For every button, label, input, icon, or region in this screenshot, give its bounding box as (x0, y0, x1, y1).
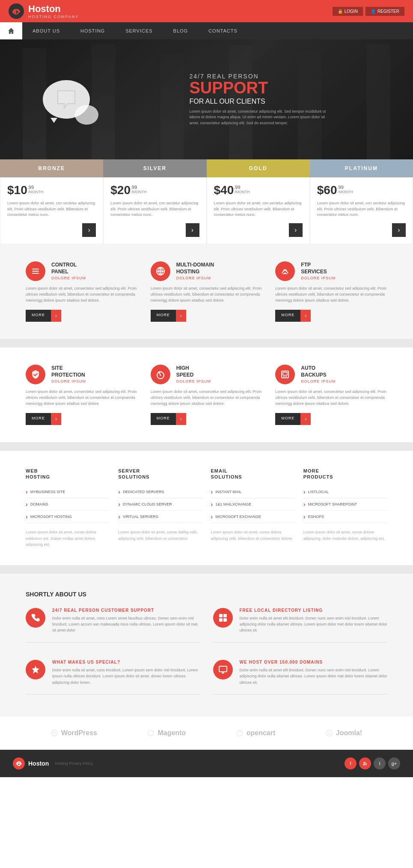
phone-icon (26, 608, 45, 628)
top-bar: Hoston HOSTING COMPANY 🔒 LOGIN 👤 REGISTE… (0, 0, 413, 22)
section-divider (0, 339, 413, 347)
about-content-support: 24/7 REAL PERSON CUSTOMER SUPPORT Dolor … (52, 608, 200, 634)
product-col-server: SERVERSOLUTIONS DEDICATED SERVERS DYNAMI… (118, 468, 202, 548)
product-list-web: MYBUSINESS SITE DOMAINS MICROSOFT HOSTIN… (26, 486, 110, 523)
auth-area: 🔒 LOGIN 👤 REGISTER (333, 7, 404, 16)
more-label[interactable]: MORE (275, 310, 300, 322)
nav-services[interactable]: SERVICES (115, 22, 163, 39)
list-item[interactable]: VIRTUAL SERVERS (118, 511, 202, 523)
more-label[interactable]: MORE (275, 413, 300, 425)
product-list-more: LISTLOCAL MICROSOFT SHAREPOINT ESHOPS (303, 486, 387, 523)
login-button[interactable]: 🔒 LOGIN (333, 7, 363, 16)
hero-title: SUPPORT (190, 80, 327, 96)
feature-multi-domain: MULTI-DOMAINHOSTING DOLORE IPSUM Lorem i… (151, 261, 263, 322)
list-item[interactable]: DOMAINS (26, 498, 110, 511)
svg-point-29 (18, 763, 20, 766)
logo-area: Hoston HOSTING COMPANY (9, 3, 79, 19)
star-icon (26, 660, 45, 679)
footer-sub: Hosting Privacy Policy (55, 761, 93, 766)
products-section: WEBHOSTING MYBUSINESS SITE DOMAINS MICRO… (0, 451, 413, 565)
partner-joomla: J! Joomla! (326, 729, 362, 737)
list-item[interactable]: LISTLOCAL (303, 486, 387, 498)
more-label[interactable]: MORE (151, 413, 176, 425)
price-value: $60 (317, 184, 337, 196)
feature-subtitle: DOLORE IPSUM (301, 379, 336, 383)
more-arrow[interactable]: › (51, 413, 61, 425)
nav-home[interactable] (0, 22, 22, 39)
feature-subtitle: DOLORE IPSUM (301, 276, 336, 280)
plan-arrow-button[interactable]: › (289, 223, 303, 237)
feature-subtitle: DOLORE IPSUM (51, 379, 86, 383)
list-item[interactable]: DEDICATED SERVERS (118, 486, 202, 498)
list-item[interactable]: MICROSOFT HOSTING (26, 511, 110, 523)
register-button[interactable]: 👤 REGISTER (365, 7, 404, 16)
plan-arrow-button[interactable]: › (186, 223, 199, 237)
facebook-button[interactable]: f (345, 757, 357, 769)
hero-section: 24/7 REAL PERSON SUPPORT FOR ALL OUR CLI… (0, 39, 413, 159)
svg-point-11 (160, 374, 161, 376)
more-label[interactable]: MORE (26, 413, 51, 425)
multi-domain-icon (151, 261, 170, 281)
list-item[interactable]: 1&1 MAILXCHANGE (211, 498, 295, 511)
feature-title: CONTROLPANEL (51, 262, 86, 275)
about-content-directory: FREE LOCAL DIRECTORY LISTING Dolor enim … (240, 608, 388, 634)
more-arrow[interactable]: › (176, 413, 186, 425)
control-panel-icon (26, 261, 45, 281)
hero-content: 24/7 REAL PERSON SUPPORT FOR ALL OUR CLI… (190, 73, 327, 126)
partner-magento: Magento (147, 729, 186, 737)
list-item[interactable]: INSTANT MAIL (211, 486, 295, 498)
list-item[interactable]: DYNAMIC CLOUD SERVER (118, 498, 202, 511)
feature-ftp: FTPSERVICES DOLORE IPSUM Lorem ipsum dol… (275, 261, 387, 322)
about-content-domains: WE HOST OVER 150.000 DOMAINS Dolor enim … (240, 660, 388, 685)
feature-site-protection: SITEPROTECTION DOLORE IPSUM Lorem ipsum … (26, 365, 138, 425)
list-item[interactable]: ESHOPS (303, 511, 387, 523)
more-arrow[interactable]: › (51, 310, 61, 322)
svg-marker-20 (32, 666, 39, 673)
product-list-server: DEDICATED SERVERS DYNAMIC CLOUD SERVER V… (118, 486, 202, 523)
hero-chat-icon (43, 80, 90, 119)
partners-section: WordPress Magento opencart J! Joomla! (0, 716, 413, 750)
feature-text: Lorem ipsum dolor sit amet, consectetur … (26, 285, 138, 304)
nav-blog[interactable]: BLOG (163, 22, 199, 39)
list-item[interactable]: MYBUSINESS SITE (26, 486, 110, 498)
plan-silver: SILVER $20 .99 /MONTH Lorem ipsum dolor … (103, 159, 206, 244)
list-item[interactable]: MICROSOFT EXCHANGE (211, 511, 295, 523)
about-item-domains: WE HOST OVER 150.000 DOMAINS Dolor enim … (213, 660, 388, 694)
feature-title: SITEPROTECTION (51, 365, 86, 378)
more-arrow[interactable]: › (176, 310, 186, 322)
svg-rect-18 (219, 618, 223, 622)
feature-subtitle: DOLORE IPSUM (176, 276, 214, 280)
more-label[interactable]: MORE (151, 310, 176, 322)
lock-icon: 🔒 (338, 9, 343, 14)
svg-rect-4 (32, 273, 39, 274)
plan-arrow-button[interactable]: › (82, 223, 96, 237)
price-cents: .99 (337, 185, 353, 190)
svg-rect-17 (223, 614, 227, 617)
feature-title: FTPSERVICES (301, 262, 336, 275)
list-item[interactable]: MICROSOFT SHAREPOINT (303, 498, 387, 511)
product-col-email: EMAILSOLUTIONS INSTANT MAIL 1&1 MAILXCHA… (211, 468, 295, 548)
product-desc: Lorem ipsum dolor sit amet, conse dolore… (26, 529, 110, 548)
googleplus-button[interactable]: g+ (388, 757, 400, 769)
twitter-button[interactable]: t (374, 757, 386, 769)
product-col-more: MOREPRODUCTS LISTLOCAL MICROSOFT SHAREPO… (303, 468, 387, 548)
price-value: $20 (110, 184, 131, 196)
price-period: /MONTH (131, 190, 147, 194)
more-arrow[interactable]: › (300, 310, 311, 322)
plan-desc: Lorem ipsum dolor sit amet, con sectetur… (317, 201, 406, 218)
svg-marker-25 (148, 730, 153, 736)
rss-button[interactable] (359, 757, 371, 769)
svg-point-30 (363, 764, 365, 765)
nav-hosting[interactable]: HOSTING (70, 22, 115, 39)
feature-title: AUTOBACKUPS (301, 365, 336, 378)
more-label[interactable]: MORE (26, 310, 51, 322)
feature-subtitle: DOLORE IPSUM (176, 379, 211, 383)
hero-desc: Lorem ipsum dolor sit amet, consectetur … (190, 109, 327, 126)
svg-rect-13 (283, 372, 287, 375)
plan-arrow-button[interactable]: › (392, 223, 406, 237)
nav-contacts[interactable]: CONTACTS (198, 22, 248, 39)
nav-about[interactable]: ABOUT US (22, 22, 70, 39)
directory-icon (213, 608, 233, 628)
price-value: $10 (7, 184, 27, 196)
more-arrow[interactable]: › (300, 413, 311, 425)
